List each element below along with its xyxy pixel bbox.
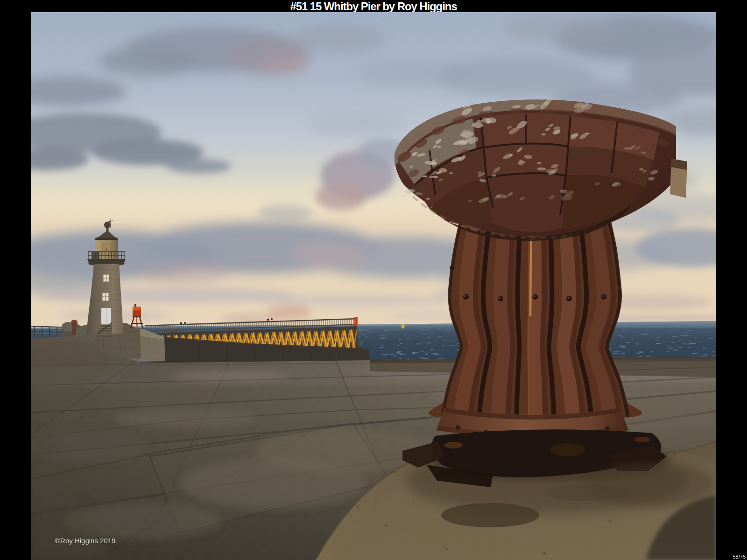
svg-text:©Roy Higgins 2019: ©Roy Higgins 2019	[55, 537, 115, 545]
